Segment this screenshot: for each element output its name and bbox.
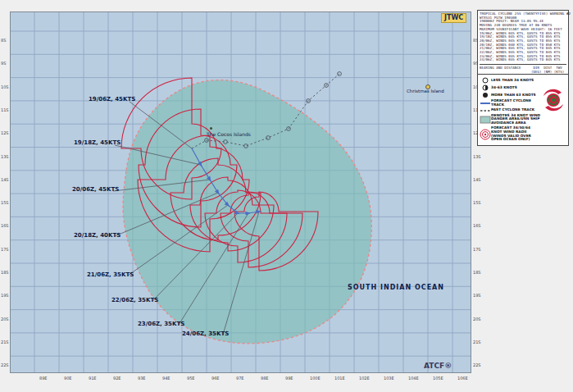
half-circle-icon	[480, 84, 491, 91]
forecast-label-19/18Z: 19/18Z, 45KTS	[74, 139, 121, 146]
axis-tick-label: 98E	[261, 376, 269, 381]
axis-tick-label: 18S	[1, 270, 9, 275]
axis-tick-label: 19S	[1, 293, 9, 298]
legend-item-open-circle: LESS THAN 34 KNOTS	[480, 77, 566, 84]
axis-tick-label: 103E	[384, 376, 394, 381]
teal-box-icon	[480, 116, 491, 124]
axis-tick-label: 89E	[39, 376, 48, 381]
cocos-island-marker	[210, 127, 212, 130]
legend-item-red-radii-circles: FORECAST 34/50/64 KNOT WIND RADII (WINDS…	[480, 126, 566, 142]
axis-tick-label: 102E	[359, 376, 370, 381]
jtwc-warning-graphic: { "window": { "jtwc_badge": "JTWC", "atc…	[0, 0, 573, 392]
atcf-label: ATCF®	[424, 362, 452, 370]
axis-tick-label: 96E	[211, 376, 220, 381]
axis-tick-label: 105E	[433, 376, 443, 381]
axis-tick-label: 16S	[1, 223, 9, 228]
legend-item-label: MORE THAN 63 KNOTS	[491, 93, 542, 98]
dashed-line-icon	[480, 108, 491, 113]
legend-item-label: DENOTES 34 KNOT WIND DANGER AREA/USN SHI…	[491, 114, 542, 125]
axis-tick-label: 18S	[473, 270, 481, 275]
axis-tick-label: 21S	[1, 340, 9, 344]
axis-tick-label: 8S	[1, 38, 6, 43]
filled-circle-icon	[480, 92, 491, 98]
axis-tick-label: 92E	[113, 376, 121, 381]
axis-tick-label: 94E	[162, 376, 171, 381]
forecast-label-21/06Z: 21/06Z, 35KTS	[87, 271, 134, 278]
legend-item-label: FORECAST 34/50/64 KNOT WIND RADII (WINDS…	[491, 126, 542, 142]
axis-tick-label: 15S	[473, 200, 481, 205]
ocean-name-label: SOUTH INDIAN OCEAN	[348, 284, 444, 291]
legend-item-label: PAST CYCLONE TRACK	[491, 108, 542, 112]
axis-tick-label: 9S	[1, 61, 6, 66]
axis-tick-label: 17S	[1, 247, 9, 252]
red-radii-circles-icon	[480, 129, 491, 140]
forecast-label-20/18Z: 20/18Z, 40KTS	[74, 232, 121, 239]
axis-tick-label: 93E	[138, 376, 146, 381]
axis-tick-label: 16S	[473, 223, 481, 228]
jtwc-badge: JTWC	[441, 13, 466, 23]
forecast-label-20/06Z: 20/06Z, 45KTS	[72, 186, 119, 193]
legend-item-label: 34-63 KNOTS	[491, 86, 542, 90]
warning-text-line: 24/06Z, WINDS 035 KTS, GUSTS TO 045 KTS	[480, 58, 566, 62]
axis-tick-label: 11S	[1, 107, 9, 112]
axis-tick-label: 97E	[236, 376, 244, 381]
axis-tick-label: 90E	[64, 376, 72, 381]
legend-item-teal-box: DENOTES 34 KNOT WIND DANGER AREA/USN SHI…	[480, 114, 566, 125]
warning-text-lines: TROPICAL CYCLONE 25S (TWENTYFIVE) WARNIN…	[480, 12, 566, 62]
axis-tick-label: 12S	[1, 130, 9, 135]
forecast-label-22/06Z: 22/06Z, 35KTS	[111, 297, 158, 303]
axis-tick-label: 22S	[473, 362, 481, 367]
cocos-island-label: The Cocos Islands	[207, 131, 251, 137]
axis-tick-label: 106E	[457, 376, 468, 381]
forecast-label-23/06Z: 23/06Z, 35KTS	[138, 321, 184, 327]
open-circle-icon	[480, 77, 491, 84]
forecast-label-19/06Z: 19/06Z, 45KTS	[89, 96, 135, 103]
axis-tick-label: 91E	[89, 376, 97, 381]
axis-tick-label: 14S	[1, 177, 9, 182]
axis-tick-label: 10S	[1, 84, 9, 89]
axis-tick-label: 14S	[473, 177, 481, 182]
info-divider	[480, 64, 566, 65]
axis-tick-label: 20S	[473, 317, 481, 321]
axis-tick-label: 20S	[1, 317, 9, 321]
legend-item-label: LESS THAN 34 KNOTS	[491, 79, 542, 83]
warning-text-box: TROPICAL CYCLONE 25S (TWENTYFIVE) WARNIN…	[477, 10, 569, 80]
axis-tick-label: 101E	[334, 376, 345, 381]
christmas-island-label: Christmas Island	[407, 89, 444, 93]
jtwc-cyclone-logo-icon	[541, 86, 566, 114]
axis-tick-label: 13S	[1, 154, 9, 159]
axis-tick-label: 21S	[473, 340, 481, 344]
axis-tick-label: 13S	[473, 154, 481, 159]
blue-line-icon	[480, 101, 491, 106]
legend: LESS THAN 34 KNOTS34-63 KNOTSMORE THAN 6…	[477, 74, 569, 146]
axis-tick-label: 17S	[473, 247, 481, 252]
axis-tick-label: 104E	[408, 376, 419, 381]
axis-tick-label: 22S	[1, 362, 9, 367]
axis-tick-label: 100E	[310, 376, 321, 381]
legend-item-label: FORECAST CYCLONE TRACK	[491, 99, 542, 107]
axis-tick-label: 19S	[473, 293, 481, 298]
axis-tick-label: 99E	[285, 376, 293, 381]
axis-tick-label: 15S	[1, 200, 9, 205]
axis-tick-label: 95E	[187, 376, 195, 381]
forecast-label-24/06Z: 24/06Z, 35KTS	[182, 330, 229, 337]
